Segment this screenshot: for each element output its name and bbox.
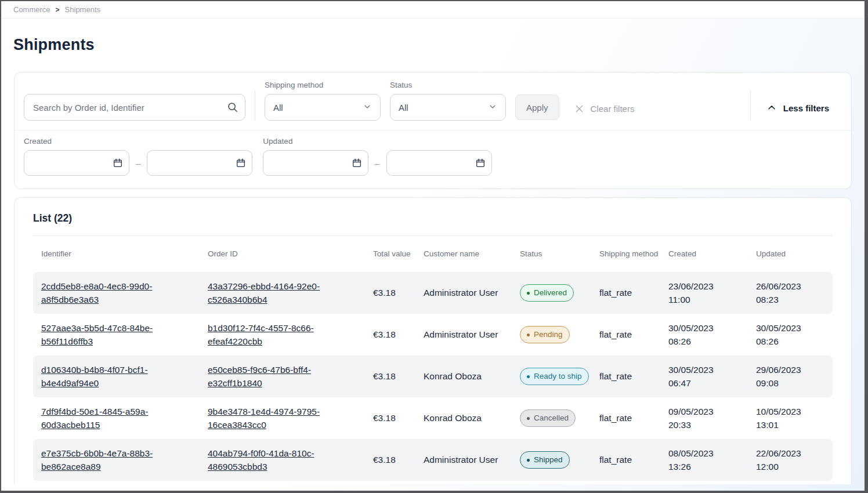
total-value-cell: €3.18 xyxy=(373,328,424,341)
status-cell: Ready to ship xyxy=(520,368,599,385)
filters-row-dates: Created – xyxy=(15,130,851,188)
shipping-method-cell: flat_rate xyxy=(599,453,668,466)
created-date: 08/05/2023 xyxy=(668,447,748,460)
updated-time: 13:01 xyxy=(756,418,816,432)
status-select[interactable]: All xyxy=(390,94,506,121)
table-row: 2cdd5eb8-e8a0-4ec8-99d0-a8f5db6e3a63 43a… xyxy=(33,272,833,314)
updated-time: 08:26 xyxy=(756,335,816,348)
order-id-cell: 43a37296-ebbd-4164-92e0-c526a340b6b4 xyxy=(208,280,373,307)
status-filter: Status All xyxy=(390,81,506,121)
range-dash: – xyxy=(136,158,140,168)
created-cell: 30/05/2023 06:47 xyxy=(668,363,756,390)
table-row: 7df9f4bd-50e1-4845-a59a-60d3acbeb115 9b4… xyxy=(33,397,833,439)
filters-panel: Shipping method All Status All xyxy=(14,72,852,189)
status-dot-icon xyxy=(527,375,530,378)
identifier-link[interactable]: d106340b-b4b8-4f07-bcf1-b4e4d9af94e0 xyxy=(41,365,148,388)
clear-filters-button[interactable]: Clear filters xyxy=(574,104,635,114)
customer-name-cell: Konrad Oboza xyxy=(424,369,508,383)
customer-name-cell: Konrad Oboza xyxy=(424,411,508,425)
status-badge-label: Ready to ship xyxy=(534,371,582,382)
created-time: 11:00 xyxy=(668,293,748,306)
status-cell: Cancelled xyxy=(520,409,599,427)
shipping-method-select[interactable]: All xyxy=(265,94,381,121)
search-input[interactable] xyxy=(24,94,245,121)
order-id-link[interactable]: 43a37296-ebbd-4164-92e0-c526a340b6b4 xyxy=(208,281,320,304)
updated-cell: 30/05/2023 08:26 xyxy=(756,321,824,349)
created-cell: 08/05/2023 13:26 xyxy=(668,447,756,474)
updated-cell: 26/06/2023 08:23 xyxy=(756,280,824,307)
order-id-link[interactable]: 404ab794-f0f0-41da-810c-4869053cbbd3 xyxy=(208,448,314,472)
breadcrumb: Commerce > Shipments xyxy=(1,1,865,19)
table-row: 527aae3a-5b5d-47c8-84be-b56f11d6ffb3 b1d… xyxy=(33,314,833,356)
calendar-icon xyxy=(113,158,123,171)
search-field xyxy=(24,94,245,121)
created-date: 09/05/2023 xyxy=(668,405,748,418)
status-badge: Shipped xyxy=(520,451,570,469)
status-badge-label: Cancelled xyxy=(534,412,569,424)
status-badge: Delivered xyxy=(520,284,574,302)
status-cell: Shipped xyxy=(520,451,599,469)
filters-divider xyxy=(255,90,255,121)
shipments-page: Commerce > Shipments Shipments Shipping … xyxy=(1,1,865,491)
total-value-cell: €3.18 xyxy=(373,369,424,383)
created-date: 23/06/2023 xyxy=(668,280,748,293)
status-badge-label: Shipped xyxy=(534,454,563,466)
updated-date: 29/06/2023 xyxy=(756,363,816,376)
apply-button[interactable]: Apply xyxy=(515,95,559,120)
total-value-cell: €3.18 xyxy=(373,286,424,299)
table-body: 2cdd5eb8-e8a0-4ec8-99d0-a8f5db6e3a63 43a… xyxy=(33,272,833,481)
list-title: List (22) xyxy=(33,198,833,224)
identifier-link[interactable]: e7e375cb-6b0b-4e7a-88b3-be862ace8a89 xyxy=(41,448,153,472)
created-date: 30/05/2023 xyxy=(668,321,748,335)
order-id-link[interactable]: 9b4e3478-1e4d-4974-9795-16cea3843cc0 xyxy=(208,407,320,430)
updated-time: 09:08 xyxy=(756,376,816,390)
created-time: 08:26 xyxy=(668,335,748,348)
updated-to-field xyxy=(386,150,492,176)
identifier-link[interactable]: 2cdd5eb8-e8a0-4ec8-99d0-a8f5db6e3a63 xyxy=(41,281,152,304)
column-header-created: Created xyxy=(668,249,756,260)
filters-divider xyxy=(750,90,751,121)
identifier-cell: e7e375cb-6b0b-4e7a-88b3-be862ace8a89 xyxy=(41,447,208,474)
total-value-cell: €3.18 xyxy=(373,453,424,466)
search-icon xyxy=(227,102,238,115)
shipments-list-panel: List (22) Identifier Order ID Total valu… xyxy=(14,197,852,484)
updated-label: Updated xyxy=(263,137,491,146)
updated-time: 12:00 xyxy=(756,460,816,473)
page-title: Shipments xyxy=(13,36,865,54)
customer-name-cell: Administrator User xyxy=(424,453,508,466)
status-cell: Delivered xyxy=(520,284,599,302)
less-filters-button[interactable]: Less filters xyxy=(766,103,829,113)
updated-date: 10/05/2023 xyxy=(756,405,816,418)
breadcrumb-item-commerce[interactable]: Commerce xyxy=(13,5,50,14)
created-cell: 09/05/2023 20:33 xyxy=(668,405,756,432)
identifier-link[interactable]: 7df9f4bd-50e1-4845-a59a-60d3acbeb115 xyxy=(41,407,148,430)
shipping-method-cell: flat_rate xyxy=(599,369,668,383)
calendar-icon xyxy=(475,158,486,171)
total-value-cell: €3.18 xyxy=(373,411,424,425)
created-cell: 23/06/2023 11:00 xyxy=(668,280,756,307)
updated-from-field xyxy=(263,150,368,176)
chevron-down-icon xyxy=(363,102,372,113)
order-id-cell: 404ab794-f0f0-41da-810c-4869053cbbd3 xyxy=(208,447,373,474)
status-badge-label: Pending xyxy=(534,329,563,340)
order-id-link[interactable]: e50ceb85-f9c6-47b6-bff4-e32cff1b1840 xyxy=(208,365,311,388)
filters-row-main: Shipping method All Status All xyxy=(15,72,851,130)
status-dot-icon xyxy=(527,292,530,295)
calendar-icon xyxy=(236,158,246,171)
identifier-link[interactable]: 527aae3a-5b5d-47c8-84be-b56f11d6ffb3 xyxy=(41,323,153,346)
column-header-customer-name: Customer name xyxy=(424,249,520,260)
status-dot-icon xyxy=(527,417,530,420)
created-time: 20:33 xyxy=(668,418,748,432)
status-cell: Pending xyxy=(520,326,599,343)
order-id-cell: b1d30f12-7f4c-4557-8c66-efeaf4220cbb xyxy=(208,321,373,349)
created-date: 30/05/2023 xyxy=(668,363,748,376)
customer-name-cell: Administrator User xyxy=(424,286,508,299)
order-id-link[interactable]: b1d30f12-7f4c-4557-8c66-efeaf4220cbb xyxy=(208,323,314,346)
filters-toggle-area: Less filters xyxy=(750,90,842,121)
created-cell: 30/05/2023 08:26 xyxy=(668,321,756,349)
status-badge: Pending xyxy=(520,326,570,343)
updated-range: Updated – xyxy=(263,137,491,176)
updated-cell: 22/06/2023 12:00 xyxy=(756,447,824,474)
status-dot-icon xyxy=(527,334,530,336)
column-header-total-value: Total value xyxy=(373,249,424,260)
